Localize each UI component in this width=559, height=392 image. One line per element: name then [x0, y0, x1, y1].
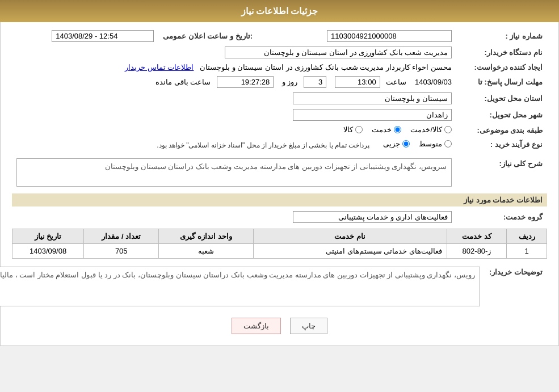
city-label: شهر محل تحویل: [456, 107, 547, 123]
request-number-box: 1103004921000008 [327, 30, 452, 42]
info-table-top: شماره نیاز : 1103004921000008 تاریخ و سا… [12, 28, 547, 44]
radio-jozyi-label: جزیی [383, 140, 400, 148]
category-radio-group: کالا/خدمت خدمت کالا [343, 125, 452, 134]
description-label: شرح کلی نیاز: [456, 156, 547, 189]
cell-unit: شعبه [159, 244, 253, 259]
radio-kala-khadamat-input[interactable] [444, 126, 452, 133]
deadline-remaining-box: 19:27:28 [217, 76, 274, 88]
creator-text: محسن اخواء کاربردار مدیریت شعب بانک کشاو… [200, 63, 452, 71]
col-qty: تعداد / مقدار [84, 229, 159, 244]
radio-khadamat-input[interactable] [394, 126, 401, 133]
process-radio-group: متوسط جزیی [383, 140, 452, 148]
radio-motavasset-input[interactable] [444, 140, 452, 147]
back-button[interactable]: بازگشت [232, 318, 281, 334]
description-value: سرویس، نگهداری وپشتیبانی از تجهیزات دورب… [12, 156, 456, 189]
print-button[interactable]: چاپ [290, 318, 327, 334]
process-desc: پرداخت تمام یا بخشی از مبلغ خریدار از مح… [157, 141, 369, 149]
deadline-days-box: 3 [304, 76, 326, 88]
col-code: کد خدمت [447, 229, 507, 244]
radio-motavasset-label: متوسط [419, 140, 442, 148]
cell-qty: 705 [84, 244, 159, 259]
services-table: ردیف کد خدمت نام خدمت واحد اندازه گیری ت… [12, 229, 547, 259]
city-value: زاهدان [12, 107, 456, 123]
requester-org-value: مدیریت شعب بانک کشاورزی در استان سیستان … [12, 44, 456, 61]
info-table-province: استان محل تحویل: سیستان و بلوچستان [12, 90, 547, 107]
radio-motavasset: متوسط [419, 140, 452, 148]
info-table-category: طبقه بندی موضوعی: کالا/خدمت خدمت [12, 123, 547, 137]
cell-date: 1403/09/08 [12, 244, 84, 259]
info-table-description: شرح کلی نیاز: سرویس، نگهداری وپشتیبانی ا… [12, 156, 547, 189]
public-date-box: 1403/08/29 - 12:54 [52, 30, 154, 42]
process-values: متوسط جزیی پرداخت تمام یا بخشی از مبلغ خ… [12, 137, 456, 151]
radio-kala: کالا [343, 125, 363, 134]
public-date-value: 1403/08/29 - 12:54 [12, 28, 158, 44]
category-label: طبقه بندی موضوعی: [456, 123, 547, 137]
table-row: 1 ز-80-802 فعالیت‌های خدماتی سیستم‌های ا… [12, 244, 547, 259]
radio-khadamat: خدمت [372, 125, 401, 134]
radio-kala-input[interactable] [355, 126, 363, 133]
buyer-notes-box: رویس، نگهداری وپشتیبانی از تجهیزات دوربی… [0, 267, 480, 306]
description-text: سرویس، نگهداری وپشتیبانی از تجهیزات دورب… [105, 162, 447, 171]
deadline-label: مهلت ارسال پاسخ: تا [456, 74, 547, 90]
category-radios: کالا/خدمت خدمت کالا [12, 123, 456, 137]
radio-kala-khadamat: کالا/خدمت [410, 125, 452, 134]
service-group-label: گروه خدمت: [456, 209, 547, 225]
content-area: شماره نیاز : 1103004921000008 تاریخ و سا… [0, 22, 559, 346]
radio-khadamat-label: خدمت [372, 125, 392, 134]
cell-row: 1 [507, 244, 547, 259]
buyer-notes-value: رویس، نگهداری وپشتیبانی از تجهیزات دوربی… [0, 264, 485, 309]
deadline-time-box: 13:00 [335, 76, 380, 88]
buyer-notes-text: رویس، نگهداری وپشتیبانی از تجهیزات دوربی… [0, 271, 475, 279]
services-table-head: ردیف کد خدمت نام خدمت واحد اندازه گیری ت… [12, 229, 547, 244]
info-table-service-group: گروه خدمت: فعالیت‌های اداری و خدمات پشتی… [12, 209, 547, 225]
service-group-text: فعالیت‌های اداری و خدمات پشتیبانی [338, 213, 448, 221]
public-date-label: تاریخ و ساعت اعلان عمومی: [158, 28, 257, 44]
process-label: نوع فرآیند خرید : [456, 137, 547, 151]
radio-kala-khadamat-label: کالا/خدمت [410, 125, 442, 134]
col-unit: واحد اندازه گیری [159, 229, 253, 244]
creator-value: محسن اخواء کاربردار مدیریت شعب بانک کشاو… [12, 61, 456, 74]
province-value: سیستان و بلوچستان [12, 90, 456, 107]
info-table-buyer-notes: توضیحات خریدار: رویس، نگهداری وپشتیبانی … [0, 264, 547, 309]
info-table-creator: ایجاد کننده درخواست: محسن اخواء کاربردار… [12, 61, 547, 74]
info-table-org: نام دستگاه خریدار: مدیریت شعب بانک کشاور… [12, 44, 547, 61]
radio-jozyi: جزیی [383, 140, 410, 148]
deadline-time-label: ساعت [386, 78, 406, 86]
creator-link[interactable]: اطلاعات تماس خریدار [125, 63, 194, 71]
info-table-city: شهر محل تحویل: زاهدان [12, 107, 547, 123]
page-header: جزئیات اطلاعات نیاز [0, 0, 559, 22]
description-box: سرویس، نگهداری وپشتیبانی از تجهیزات دورب… [16, 158, 452, 187]
page-title: جزئیات اطلاعات نیاز [241, 6, 318, 16]
requester-org-label: نام دستگاه خریدار: [456, 44, 547, 61]
radio-kala-label: کالا [343, 125, 353, 134]
col-date: تاریخ نیاز [12, 229, 84, 244]
services-table-body: 1 ز-80-802 فعالیت‌های خدماتی سیستم‌های ا… [12, 244, 547, 259]
deadline-remaining-label: ساعت باقی مانده [155, 78, 211, 86]
province-label: استان محل تحویل: [456, 90, 547, 107]
main-container: جزئیات اطلاعات نیاز شماره نیاز : 1103004… [0, 0, 559, 346]
services-section-title: اطلاعات خدمات مورد نیاز [12, 193, 547, 206]
service-group-box: فعالیت‌های اداری و خدمات پشتیبانی [293, 211, 452, 223]
deadline-date: 1403/09/03 [415, 78, 452, 86]
deadline-values: 1403/09/03 ساعت 13:00 3 روز و 19:27:28 س… [12, 74, 456, 90]
cell-code: ز-80-802 [447, 244, 507, 259]
info-table-process: نوع فرآیند خرید : متوسط جزیی پرداخت تمام… [12, 137, 547, 151]
col-name: نام خدمت [253, 229, 447, 244]
creator-label: ایجاد کننده درخواست: [456, 61, 547, 74]
city-box: زاهدان [293, 109, 452, 121]
requester-org-box: مدیریت شعب بانک کشاورزی در استان سیستان … [225, 47, 452, 58]
request-number-label: شماره نیاز : [456, 28, 547, 44]
request-number-value: 1103004921000008 [280, 28, 456, 44]
col-row: ردیف [507, 229, 547, 244]
info-table-deadline: مهلت ارسال پاسخ: تا 1403/09/03 ساعت 13:0… [12, 74, 547, 90]
radio-jozyi-input[interactable] [402, 140, 410, 147]
bottom-buttons: چاپ بازگشت [12, 309, 547, 340]
deadline-days-label: روز و [282, 78, 298, 86]
buyer-notes-label: توضیحات خریدار: [485, 264, 547, 309]
cell-name: فعالیت‌های خدماتی سیستم‌های امنیتی [253, 244, 447, 259]
service-group-value: فعالیت‌های اداری و خدمات پشتیبانی [12, 209, 456, 225]
province-box: سیستان و بلوچستان [293, 92, 452, 104]
